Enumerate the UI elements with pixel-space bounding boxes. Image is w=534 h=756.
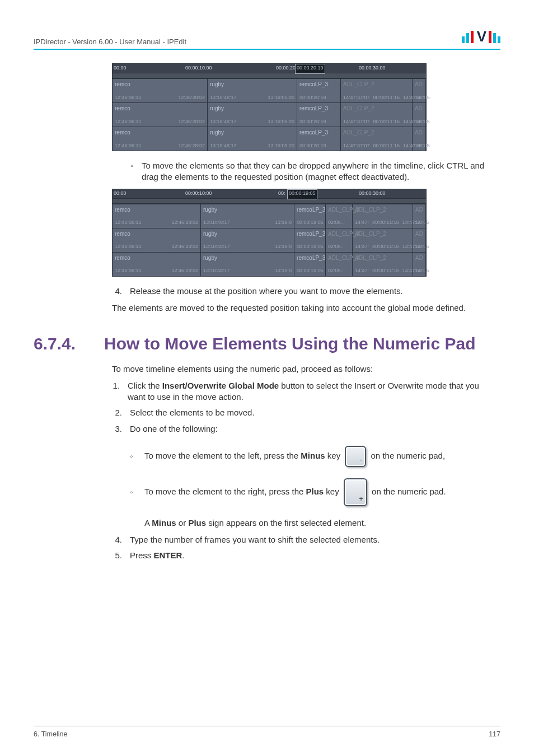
section-intro: To move timeline elements using the nume…	[112, 363, 495, 375]
evs-logo: V	[462, 27, 500, 46]
plus-key-icon: +	[344, 478, 367, 506]
ruler-tick: 00:00:30:00	[359, 64, 386, 71]
bullet-icon: ◦	[130, 451, 137, 462]
section-number: 6.7.4.	[34, 333, 87, 356]
page-footer: 6. Timeline 117	[34, 726, 500, 739]
timeline-marker: 00:00:19:05	[287, 189, 317, 199]
sub-bullet-ctrl: ◦ To move the elements so that they can …	[130, 160, 495, 183]
timeline-track-row: remco12:46:06:1112:46:28:02 rugby13:18:4…	[113, 204, 426, 228]
header-title: IPDirector - Version 6.00 - User Manual …	[34, 37, 186, 47]
page-header: IPDirector - Version 6.00 - User Manual …	[34, 27, 500, 50]
minus-key-icon: -	[345, 446, 366, 467]
section-heading: 6.7.4. How to Move Elements Using the Nu…	[34, 333, 500, 356]
num-step-1: 1. Click the Insert/Overwrite Global Mod…	[112, 380, 495, 403]
timeline-track-row: remco12:46:06:1112:46:28:02 rugby13:18:4…	[113, 78, 426, 102]
num-step-5: 5. Press ENTER.	[112, 550, 495, 561]
section-title: How to Move Elements Using the Numeric P…	[104, 333, 475, 356]
step-4: 4.Release the mouse at the position wher…	[112, 286, 495, 297]
timeline-screenshot-magnet: 00:00 00:00:10:00 00:00:20 00:00:20:19 0…	[112, 63, 427, 151]
timeline-marker: 00:00:20:19	[295, 64, 325, 74]
footer-page: 117	[489, 730, 500, 739]
timeline-track-row: remco12:46:06:1112:46:28:02 rugby13:18:4…	[113, 252, 426, 276]
ruler-tick: 00:00:10:00	[185, 64, 212, 71]
num-step-3: 3.Do one of the following:	[112, 423, 495, 435]
ruler-tick: 00:00:20	[276, 64, 296, 71]
result-paragraph: The elements are moved to the requested …	[112, 302, 495, 314]
footer-section: 6. Timeline	[34, 730, 67, 739]
bullet-icon: ◦	[130, 487, 137, 498]
num-step-2: 2.Select the elements to be moved.	[112, 407, 495, 418]
timeline-track-row: remco12:46:06:1112:46:28:02 rugby13:18:4…	[113, 228, 426, 252]
bullet-text: To move the elements so that they can be…	[142, 160, 495, 183]
timeline-track-row: remco12:46:06:1112:46:28:02 rugby13:18:4…	[113, 102, 426, 127]
num-step-4: 4.Type the number of frames you want to …	[112, 534, 495, 545]
substep-note: A Minus or Plus sign appears on the firs…	[144, 517, 495, 529]
timeline-ruler: 00:00 00:00:10:00 00:00:20 00:00:20:19 0…	[113, 64, 426, 73]
timeline-screenshot-free: 00:00 00:00:10:00 00: 00:00:19:05 00:00:…	[112, 189, 427, 277]
ruler-tick: 00:00	[114, 64, 127, 71]
timeline-track-row: remco12:46:06:1112:46:28:02 rugby13:18:4…	[113, 127, 426, 151]
bullet-icon: ◦	[130, 160, 134, 183]
timeline-ruler: 00:00 00:00:10:00 00: 00:00:19:05 00:00:…	[113, 189, 426, 199]
substep-minus: ◦ To move the element to the left, press…	[130, 446, 495, 467]
substep-plus: ◦ To move the element to the right, pres…	[130, 478, 495, 506]
